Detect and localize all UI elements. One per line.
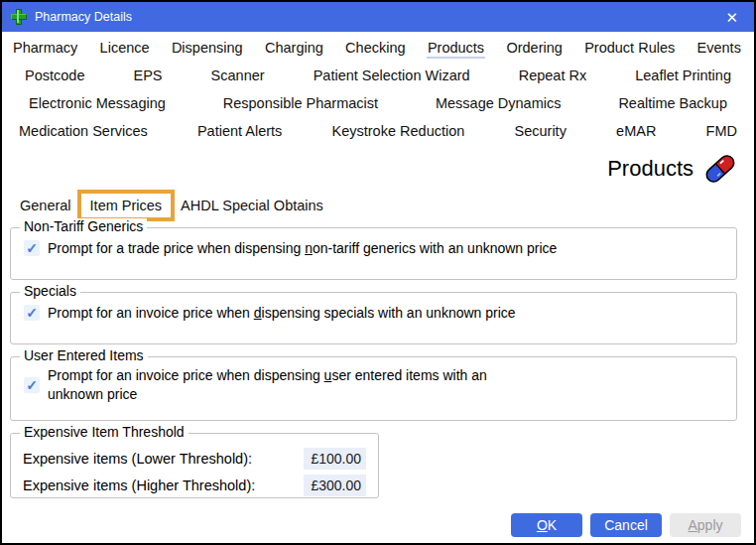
subtab-ahdl-special-obtains[interactable]: AHDL Special Obtains [177, 194, 327, 217]
subtab-general[interactable]: General [16, 194, 75, 217]
group-title: Expensive Item Threshold [20, 424, 189, 440]
tab-repeat-rx[interactable]: Repeat Rx [518, 65, 588, 86]
checkbox-specials-checked[interactable]: ✓ [24, 305, 40, 321]
tab-keystroke-reduction[interactable]: Keystroke Reduction [331, 120, 466, 142]
group-user-entered-items: User Entered Items ✓ Prompt for an invoi… [10, 356, 737, 421]
window-title: Pharmacy Details [35, 10, 132, 24]
tab-events[interactable]: Events [696, 37, 742, 59]
tab-row-3: Electronic Messaging Responsible Pharmac… [2, 89, 754, 117]
checkbox-label: Prompt for an invoice price when dispens… [48, 304, 516, 323]
tab-row-2: Postcode EPS Scanner Patient Selection W… [2, 62, 754, 89]
tab-eps[interactable]: EPS [133, 65, 164, 86]
group-specials: Specials ✓ Prompt for an invoice price w… [10, 292, 737, 344]
checkbox-user-entered-checked[interactable]: ✓ [24, 377, 40, 393]
tab-products[interactable]: Products [427, 37, 485, 59]
threshold-rows: Expensive items (Lower Threshold): £100.… [11, 434, 378, 496]
higher-threshold-field[interactable]: £300.00 [304, 475, 366, 496]
tab-product-rules[interactable]: Product Rules [583, 37, 676, 59]
higher-threshold-label: Expensive items (Higher Threshold): [23, 477, 255, 493]
tab-ordering[interactable]: Ordering [505, 37, 563, 59]
tab-charging[interactable]: Charging [264, 37, 324, 59]
tab-realtime-backup[interactable]: Realtime Backup [617, 92, 728, 114]
pharmacy-details-window: Pharmacy Details ✕ Pharmacy Licence Disp… [0, 0, 756, 545]
ok-button[interactable]: OK [511, 513, 582, 537]
button-bar: OK Cancel Apply [511, 513, 741, 537]
tab-row-1: Pharmacy Licence Dispensing Charging Che… [2, 34, 754, 62]
tab-patient-selection-wizard[interactable]: Patient Selection Wizard [313, 65, 471, 86]
lower-threshold-label: Expensive items (Lower Threshold): [23, 451, 252, 467]
threshold-row-lower: Expensive items (Lower Threshold): £100.… [23, 448, 366, 470]
threshold-row-higher: Expensive items (Higher Threshold): £300… [23, 475, 366, 496]
tab-dispensing[interactable]: Dispensing [171, 37, 244, 59]
tab-checking[interactable]: Checking [344, 37, 406, 59]
tab-emar[interactable]: eMAR [615, 120, 657, 142]
tab-licence[interactable]: Licence [99, 37, 151, 59]
page-title: Products [607, 156, 693, 182]
lower-threshold-field[interactable]: £100.00 [304, 448, 366, 470]
checkbox-row-user-entered: ✓ Prompt for an invoice price when dispe… [11, 357, 736, 404]
tab-postcode[interactable]: Postcode [24, 65, 85, 86]
tab-medication-services[interactable]: Medication Services [18, 120, 149, 142]
checkbox-label: Prompt for a trade price when dispensing… [48, 239, 557, 258]
apply-button[interactable]: Apply [670, 513, 741, 537]
tab-row-4: Medication Services Patient Alerts Keyst… [2, 117, 754, 145]
group-title: Non-Tariff Generics [20, 218, 147, 234]
checkbox-label: Prompt for an invoice price when dispens… [48, 366, 522, 404]
tab-strip: Pharmacy Licence Dispensing Charging Che… [2, 34, 754, 145]
pill-icon [700, 151, 740, 187]
tab-responsible-pharmacist[interactable]: Responsible Pharmacist [222, 92, 379, 114]
group-expensive-item-threshold: Expensive Item Threshold Expensive items… [10, 433, 379, 498]
group-non-tariff-generics: Non-Tariff Generics ✓ Prompt for a trade… [10, 227, 737, 280]
tab-patient-alerts[interactable]: Patient Alerts [196, 120, 283, 142]
group-title: User Entered Items [20, 347, 148, 363]
cancel-button[interactable]: Cancel [590, 513, 662, 537]
subtab-bar: General Item Prices AHDL Special Obtains [16, 190, 327, 221]
pharmacy-cross-icon [11, 9, 27, 25]
checkbox-non-tariff-checked[interactable]: ✓ [24, 240, 40, 256]
subtab-item-prices[interactable]: Item Prices [77, 190, 176, 221]
tab-security[interactable]: Security [514, 120, 567, 142]
tab-leaflet-printing[interactable]: Leaflet Printing [634, 65, 732, 86]
title-bar: Pharmacy Details ✕ [2, 2, 754, 32]
tab-pharmacy[interactable]: Pharmacy [12, 37, 78, 59]
tab-message-dynamics[interactable]: Message Dynamics [435, 92, 563, 114]
tab-scanner[interactable]: Scanner [210, 65, 266, 86]
group-title: Specials [20, 283, 80, 299]
checkbox-row-specials: ✓ Prompt for an invoice price when dispe… [11, 293, 736, 323]
page-header: Products [607, 151, 740, 187]
tab-electronic-messaging[interactable]: Electronic Messaging [28, 92, 167, 114]
close-icon[interactable]: ✕ [721, 8, 742, 27]
tab-fmd[interactable]: FMD [705, 120, 738, 142]
